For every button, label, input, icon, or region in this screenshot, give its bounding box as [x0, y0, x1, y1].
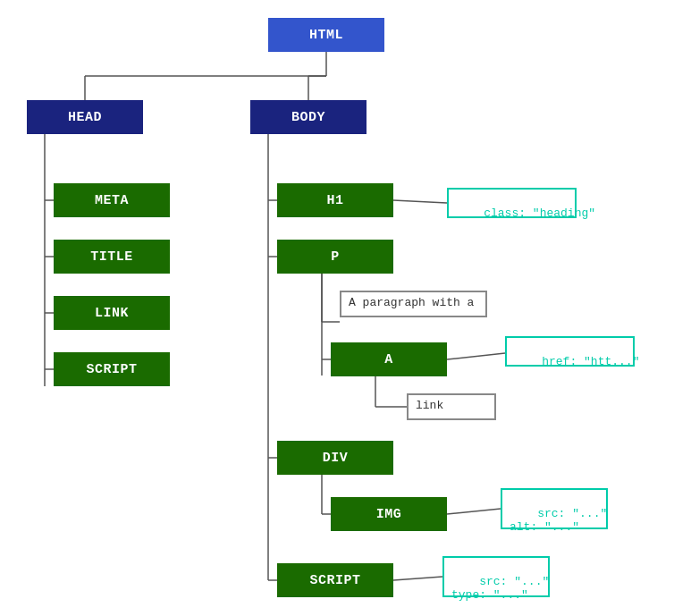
script-body-node: SCRIPT — [277, 563, 393, 597]
img-attr-box: src: "..." alt: "..." — [501, 488, 608, 529]
a-label: A — [384, 352, 393, 367]
svg-line-24 — [447, 353, 505, 359]
p-label: P — [331, 249, 340, 265]
html-label: HTML — [309, 28, 343, 43]
a-node: A — [331, 342, 447, 376]
link-node: LINK — [54, 296, 170, 330]
diagram: HTML HEAD BODY META TITLE LINK SCRIPT H1… — [0, 0, 674, 616]
img-node: IMG — [331, 497, 447, 531]
title-node: TITLE — [54, 240, 170, 274]
title-label: TITLE — [90, 249, 133, 265]
body-node: BODY — [250, 100, 366, 134]
h1-label: H1 — [326, 193, 343, 208]
img-label: IMG — [376, 507, 402, 522]
script-head-label: SCRIPT — [86, 362, 137, 377]
div-node: DIV — [277, 441, 393, 475]
head-label: HEAD — [68, 110, 102, 125]
svg-line-25 — [447, 509, 501, 514]
para-text-node: A paragraph with a — [340, 291, 487, 317]
div-label: DIV — [323, 451, 349, 466]
script-body-attr-box: src: "..." type: "..." — [442, 556, 550, 597]
svg-line-26 — [393, 577, 442, 580]
a-attr-text: href: "htt..." — [542, 355, 639, 368]
script-body-label: SCRIPT — [309, 573, 360, 588]
p-node: P — [277, 240, 393, 274]
para-text: A paragraph with a — [349, 296, 474, 309]
script-head-node: SCRIPT — [54, 352, 170, 386]
h1-attr-text: class: "heading" — [484, 207, 595, 220]
h1-node: H1 — [277, 183, 393, 217]
body-label: BODY — [291, 110, 325, 125]
head-node: HEAD — [27, 100, 143, 134]
link-label: LINK — [95, 306, 129, 321]
meta-label: META — [95, 193, 129, 208]
meta-node: META — [54, 183, 170, 217]
svg-line-23 — [393, 200, 447, 203]
html-node: HTML — [268, 18, 384, 52]
script-body-attr-text: src: "..." type: "..." — [451, 575, 549, 602]
img-attr-text: src: "..." alt: "..." — [510, 507, 607, 534]
link-text-node: link — [407, 393, 496, 420]
link-text: link — [416, 399, 443, 412]
h1-attr-box: class: "heading" — [447, 188, 577, 218]
a-attr-box: href: "htt..." — [505, 336, 635, 367]
